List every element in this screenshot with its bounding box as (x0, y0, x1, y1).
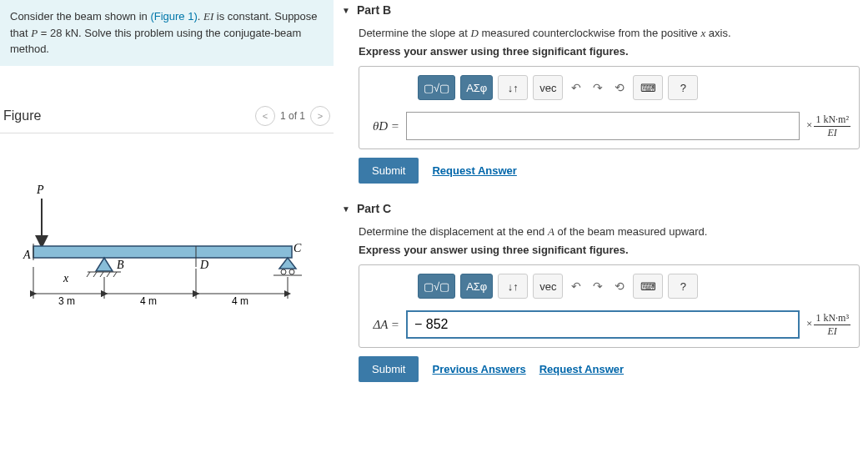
part-c-answer-input[interactable] (406, 310, 800, 339)
svg-line-5 (93, 272, 97, 277)
part-b-prompt: Determine the slope at D measured counte… (359, 27, 860, 40)
part-c-previous-link[interactable]: Previous Answers (432, 363, 525, 375)
figure-link[interactable]: (Figure 1) (150, 10, 197, 23)
svg-line-8 (113, 272, 117, 277)
part-b-express: Express your answer using three signific… (359, 45, 860, 58)
figure-header: Figure < 1 of 1 > (0, 99, 334, 133)
part-b-submit-button[interactable]: Submit (359, 158, 419, 184)
part-c-request-link[interactable]: Request Answer (539, 363, 624, 375)
greek-button[interactable]: ΑΣφ (460, 75, 493, 100)
pager-prev-button[interactable]: < (255, 106, 275, 126)
part-c-submit-button[interactable]: Submit (359, 356, 419, 382)
redo-button[interactable]: ↷ (590, 81, 606, 94)
part-c-toggle[interactable]: ▼ (342, 204, 350, 214)
reset-button[interactable]: ⟲ (611, 81, 628, 94)
label-A: A (23, 249, 31, 261)
ei-var: EI (203, 10, 213, 23)
vec-button[interactable]: vec (533, 75, 563, 100)
part-b-units: ×1 kN·m²EI (806, 113, 850, 139)
part-b-answer-box: ▢√▢ ΑΣφ ↓↑ vec ↶ ↷ ⟲ ⌨ ? θD = (359, 66, 860, 149)
help-button[interactable]: ? (668, 75, 698, 100)
keyboard-button[interactable]: ⌨ (633, 274, 663, 299)
dim-3: 4 m (232, 295, 248, 307)
p-text: = 28 kN. Solve this problem using the co… (10, 27, 301, 56)
vec-button[interactable]: vec (533, 274, 563, 299)
part-c-units: ×1 kN·m³EI (806, 312, 850, 338)
part-c-express: Express your answer using three signific… (359, 244, 860, 256)
undo-button[interactable]: ↶ (568, 279, 585, 293)
help-button[interactable]: ? (668, 274, 698, 299)
part-b-title: Part B (357, 3, 391, 17)
subsup-button[interactable]: ↓↑ (498, 75, 528, 100)
part-b-var-label: θD = (368, 119, 399, 133)
dim-2: 4 m (140, 295, 157, 307)
pager-label: 1 of 1 (280, 110, 305, 122)
svg-rect-1 (33, 246, 292, 258)
templates-button[interactable]: ▢√▢ (418, 75, 455, 100)
problem-statement: Consider the beam shown in (Figure 1). E… (0, 0, 334, 66)
figure-title: Figure (3, 108, 41, 123)
part-c-answer-box: ▢√▢ ΑΣφ ↓↑ vec ↶ ↷ ⟲ ⌨ ? ΔA = (359, 264, 860, 348)
svg-line-7 (107, 272, 110, 277)
subsup-button[interactable]: ↓↑ (498, 274, 528, 299)
keyboard-button[interactable]: ⌨ (633, 75, 663, 100)
dim-1: 3 m (58, 295, 75, 307)
label-P: P (36, 184, 44, 196)
label-B: B (117, 259, 124, 271)
part-c-prompt: Determine the displacement at the end A … (359, 225, 860, 239)
part-b-request-link[interactable]: Request Answer (432, 164, 516, 177)
part-c-var-label: ΔA = (368, 318, 399, 332)
part-c-title: Part C (357, 202, 391, 215)
part-b-answer-input[interactable] (406, 112, 800, 140)
redo-button[interactable]: ↷ (590, 279, 606, 293)
reset-button[interactable]: ⟲ (611, 279, 628, 293)
svg-line-6 (100, 272, 103, 277)
svg-line-4 (87, 272, 90, 277)
part-b-toggle[interactable]: ▼ (342, 6, 350, 15)
svg-point-11 (289, 269, 294, 274)
greek-button[interactable]: ΑΣφ (460, 274, 493, 299)
pager-next-button[interactable]: > (310, 106, 330, 126)
problem-text-2: . (198, 10, 203, 23)
svg-point-10 (281, 269, 286, 274)
undo-button[interactable]: ↶ (568, 81, 585, 94)
templates-button[interactable]: ▢√▢ (418, 274, 455, 299)
label-C: C (294, 242, 302, 254)
label-D: D (199, 259, 208, 271)
problem-text-1: Consider the beam shown in (10, 10, 150, 23)
label-x: x (63, 272, 69, 284)
figure-image: P A (0, 175, 334, 328)
